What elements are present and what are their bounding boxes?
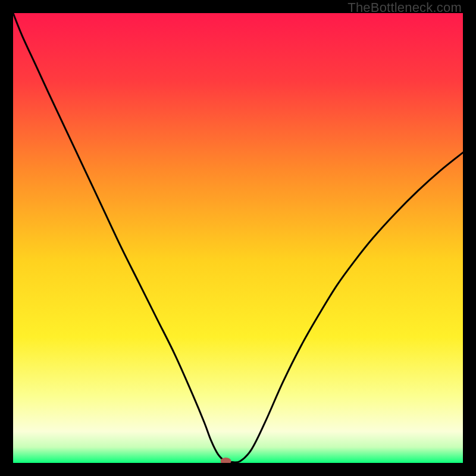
bottleneck-chart: [13, 13, 463, 463]
chart-background-gradient: [13, 13, 463, 463]
chart-frame: [13, 13, 463, 463]
watermark-text: TheBottleneck.com: [347, 0, 462, 15]
